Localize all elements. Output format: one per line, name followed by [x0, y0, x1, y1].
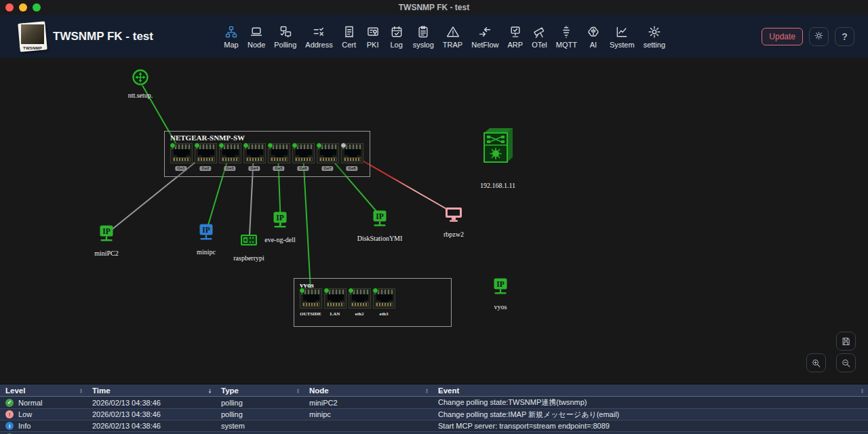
map-node-minipc[interactable]: IP: [197, 224, 215, 245]
toolbar-item-setting[interactable]: setting: [644, 24, 665, 49]
map-node-ntt.setup.[interactable]: [132, 68, 149, 89]
toolbar-item-trap[interactable]: TRAP: [443, 24, 462, 49]
map-node-miniPC2[interactable]: IP: [98, 225, 115, 246]
port-led: [316, 142, 322, 149]
port-led: [299, 288, 305, 294]
toolbar-item-cert[interactable]: Cert: [342, 24, 357, 49]
log-level-icon: !: [5, 410, 14, 418]
panel-port[interactable]: [317, 143, 339, 163]
zoom-in-icon: [811, 358, 821, 368]
log-row[interactable]: !Low2026/02/13 04:38:46pollingminipcChan…: [0, 408, 868, 420]
help-button[interactable]: ?: [835, 27, 854, 46]
map-node-eve-ng-dell[interactable]: IP: [271, 212, 289, 233]
log-column-header-event[interactable]: Event▲▼: [433, 384, 868, 396]
toolbar-item-label: NetFlow: [471, 41, 498, 49]
log-column-header-type[interactable]: Type▲▼: [216, 384, 304, 396]
log-cell-type: polling: [216, 410, 304, 418]
port-label: Ge1: [175, 166, 186, 171]
panel-port[interactable]: [341, 143, 363, 163]
panel-port[interactable]: [292, 143, 315, 163]
toolbar-item-label: Map: [224, 41, 238, 49]
column-label: Type: [221, 387, 239, 395]
address-icon: [311, 24, 326, 39]
event-log-pane: Level▲▼Time▲▼Type▲▼Node▲▼Event▲▼ ✓Normal…: [0, 384, 868, 434]
toolbar-item-map[interactable]: Map: [224, 24, 239, 49]
svg-text:IP: IP: [102, 227, 111, 235]
panel-port[interactable]: [300, 288, 322, 309]
toolbar-item-polling[interactable]: Polling: [274, 24, 296, 49]
map-node-label: DiskStationYMI: [357, 235, 403, 242]
panel-port[interactable]: [324, 288, 347, 309]
log-cell-event: Start MCP server: transport=stream endpo…: [433, 422, 868, 430]
log-level-icon: ✓: [5, 399, 14, 407]
zoom-in-button[interactable]: [806, 353, 826, 372]
app-logo-icon: TWSNMP: [19, 22, 46, 51]
map-panel-NETGEAR-SNMP-SW[interactable]: NETGEAR-SNMP-SWGe1Ge2Ge3Ge4Ge5Ge6Ge7Ge8: [164, 131, 370, 177]
map-node-label: 192.168.1.11: [480, 182, 515, 189]
panel-port[interactable]: [170, 143, 193, 163]
log-row[interactable]: ✓Normal2026/02/13 04:38:46pollingminiPC2…: [0, 397, 868, 408]
map-panel-vyos[interactable]: vyosOUTSIDELANeth2eth3: [294, 278, 452, 327]
zoom-out-button[interactable]: [836, 353, 856, 372]
ai-icon: [586, 24, 601, 39]
polling-icon: [278, 24, 293, 39]
toolbar-item-node[interactable]: Node: [248, 24, 265, 49]
column-label: Event: [438, 387, 459, 395]
toolbar-item-ai[interactable]: AI: [586, 24, 601, 49]
panel-port[interactable]: [195, 143, 217, 163]
toolbar-item-label: Log: [390, 41, 402, 49]
toolbar-item-log[interactable]: Log: [389, 24, 404, 49]
log-row[interactable]: ✓Normal2026/02/13 04:38:46polling: [0, 431, 868, 434]
toolbar-item-syslog[interactable]: syslog: [413, 24, 434, 49]
port-led: [323, 288, 330, 294]
toolbar-item-mqtt[interactable]: MQTT: [556, 24, 577, 49]
log-cell-type: system: [216, 422, 304, 430]
map-node-vyos[interactable]: IP: [492, 278, 509, 299]
map-node-label: ntt.setup.: [128, 92, 153, 99]
minimize-window-button[interactable]: [19, 3, 27, 12]
network-map[interactable]: ntt.setup.IPminiPC2IPminipcraspberrypiIP…: [0, 58, 868, 384]
toolbar-item-arp[interactable]: ARP: [508, 24, 524, 49]
map-node-label: raspberrypi: [233, 254, 264, 262]
update-button[interactable]: Update: [762, 28, 803, 45]
sun-icon: [814, 31, 824, 43]
map-node-rbpzw2[interactable]: [444, 206, 463, 225]
theme-toggle-button[interactable]: [809, 27, 829, 46]
toolbar-item-otel[interactable]: OTel: [532, 24, 547, 49]
panel-port[interactable]: [268, 143, 290, 163]
port-label: Ge6: [297, 166, 309, 171]
save-button[interactable]: [836, 332, 856, 351]
window-title: TWSNMP FK - test: [0, 3, 868, 12]
toolbar-item-label: Cert: [342, 41, 356, 49]
toolbar-item-pki[interactable]: PKI: [366, 24, 380, 49]
map-node-DiskStationYMI[interactable]: IP: [371, 210, 389, 231]
map-node-raspberrypi[interactable]: [240, 233, 258, 250]
app-header: TWSNMP TWSNMP FK - test MapNodePollingAd…: [0, 15, 868, 58]
zoom-out-icon: [841, 358, 851, 368]
panel-port[interactable]: [243, 143, 266, 163]
save-icon: [841, 336, 851, 347]
fullscreen-window-button[interactable]: [33, 3, 41, 12]
log-column-header-time[interactable]: Time▲▼: [87, 384, 216, 396]
close-window-button[interactable]: [5, 3, 14, 12]
panel-port[interactable]: [373, 288, 395, 309]
map-node-label: eve-ng-dell: [264, 236, 296, 243]
log-row[interactable]: iInfo2026/02/13 04:38:46systemStart MCP …: [0, 420, 868, 431]
map-node-192.168.1.11[interactable]: [481, 126, 514, 167]
toolbar-item-system[interactable]: System: [610, 24, 635, 49]
panel-port[interactable]: [349, 288, 371, 309]
toolbar-item-netflow[interactable]: NetFlow: [471, 24, 498, 49]
app-title: TWSNMP FK - test: [53, 30, 153, 43]
log-column-header-level[interactable]: Level▲▼: [0, 384, 87, 396]
pki-icon: [366, 24, 380, 39]
port-led: [348, 288, 354, 294]
log-column-header-node[interactable]: Node▲▼: [304, 384, 433, 396]
port-led: [170, 142, 176, 149]
panel-port[interactable]: [219, 143, 241, 163]
log-cell-time: 2026/02/13 04:38:46: [87, 399, 216, 407]
syslog-icon: [416, 24, 431, 39]
log-cell-level: !Low: [0, 410, 87, 418]
map-links-layer: [0, 58, 868, 384]
toolbar-item-address[interactable]: Address: [305, 24, 332, 49]
port-led: [194, 142, 200, 149]
